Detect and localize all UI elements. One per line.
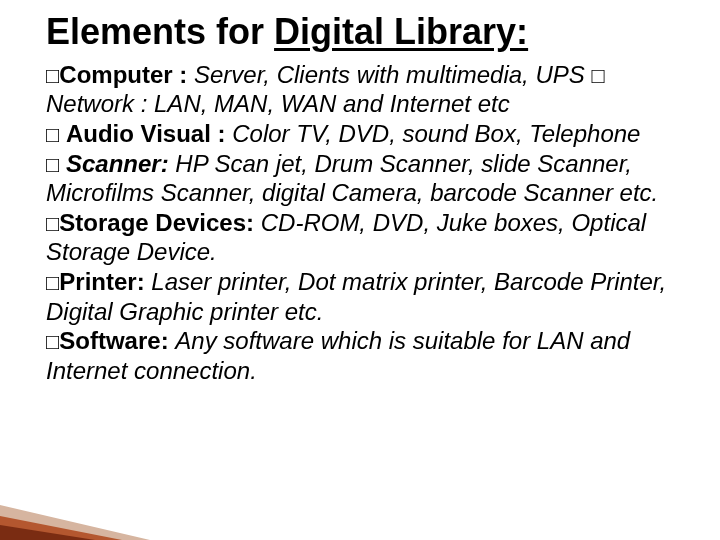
item-label: Computer : (59, 61, 194, 88)
list-item: □Printer: Laser printer, Dot matrix prin… (46, 267, 684, 326)
title-underlined: Digital Library: (274, 11, 528, 52)
square-bullet-icon: □ (591, 63, 604, 88)
item-text: Server, Clients with multimedia, UPS (194, 61, 591, 88)
item-text-continuation: Network : LAN, MAN, WAN and Internet etc (46, 90, 510, 117)
list-item: □Storage Devices: CD-ROM, DVD, Juke boxe… (46, 208, 684, 267)
item-label: Storage Devices: (59, 209, 260, 236)
slide: Elements for Digital Library: □Computer … (0, 0, 720, 540)
item-label: Scanner: (66, 150, 175, 177)
item-label: Audio Visual : (66, 120, 232, 147)
square-bullet-icon: □ (46, 122, 59, 147)
item-label: Software: (59, 327, 175, 354)
square-bullet-icon: □ (46, 152, 59, 177)
list-item: □Software: Any software which is suitabl… (46, 326, 684, 385)
list-item: □ Scanner: HP Scan jet, Drum Scanner, sl… (46, 149, 684, 208)
list-item: □Computer : Server, Clients with multime… (46, 60, 684, 119)
square-bullet-icon: □ (46, 211, 59, 236)
corner-wedge-icon (0, 470, 200, 540)
square-bullet-icon: □ (46, 270, 59, 295)
square-bullet-icon: □ (46, 63, 59, 88)
body-text: □Computer : Server, Clients with multime… (46, 60, 684, 385)
item-label: Printer: (59, 268, 151, 295)
item-text: Color TV, DVD, sound Box, Telephone (232, 120, 640, 147)
title-plain: Elements for (46, 11, 274, 52)
list-item: □ Audio Visual : Color TV, DVD, sound Bo… (46, 119, 684, 149)
square-bullet-icon: □ (46, 329, 59, 354)
page-title: Elements for Digital Library: (46, 12, 684, 52)
